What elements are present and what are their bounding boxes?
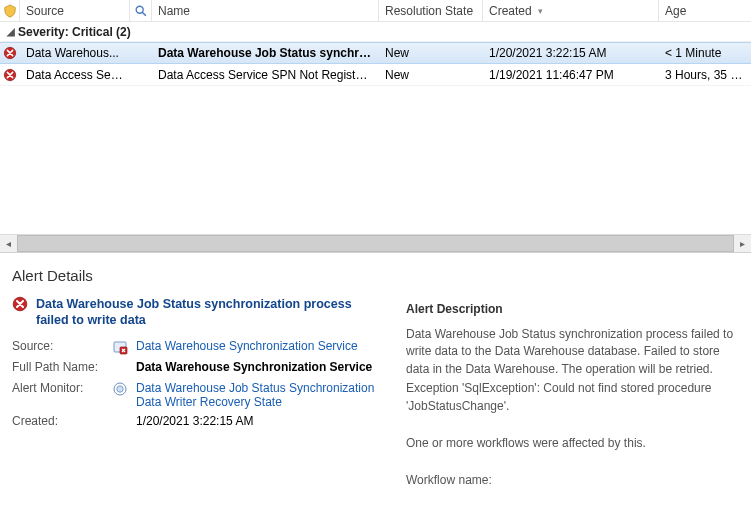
- alert-description-text: Workflow name:: [406, 472, 739, 489]
- details-left-column: Data Warehouse Job Status synchronizatio…: [12, 296, 382, 490]
- alert-heading: Data Warehouse Job Status synchronizatio…: [12, 296, 382, 329]
- scroll-track[interactable]: [17, 235, 734, 252]
- cell-source: Data Access Ser...: [20, 68, 130, 82]
- scroll-thumb[interactable]: [17, 235, 734, 252]
- severity-critical-icon: [0, 46, 20, 60]
- table-row[interactable]: Data Access Ser... Data Access Service S…: [0, 64, 751, 86]
- column-header-age[interactable]: Age: [659, 0, 751, 21]
- alert-details-pane: Alert Details Data Warehouse Job Status …: [0, 253, 751, 490]
- full-path-value: Data Warehouse Synchronization Service: [136, 360, 382, 374]
- alert-description-text: Exception 'SqlException': Could not find…: [406, 380, 739, 415]
- column-header-created[interactable]: Created ▾: [483, 0, 659, 21]
- grid-header-row: Source Name Resolution State Created ▾ A…: [0, 0, 751, 22]
- svg-point-8: [117, 385, 123, 391]
- cell-source: Data Warehous...: [20, 46, 130, 60]
- spacer-icon: [112, 360, 128, 376]
- column-header-created-label: Created: [489, 4, 532, 18]
- scroll-left-icon[interactable]: ◂: [0, 235, 17, 252]
- cell-name: Data Warehouse Job Status synchronizatio…: [152, 46, 379, 60]
- cell-resolution: New: [379, 46, 483, 60]
- svg-point-0: [136, 6, 143, 13]
- column-header-search-icon[interactable]: [130, 0, 152, 21]
- sort-descending-icon: ▾: [538, 6, 543, 16]
- alerts-grid: Source Name Resolution State Created ▾ A…: [0, 0, 751, 253]
- cell-created: 1/20/2021 3:22:15 AM: [483, 46, 659, 60]
- group-row-severity-critical[interactable]: ◢ Severity: Critical (2): [0, 22, 751, 42]
- details-pane-title: Alert Details: [12, 267, 739, 284]
- source-link[interactable]: Data Warehouse Synchronization Service: [136, 339, 382, 353]
- group-label: Severity: Critical (2): [18, 25, 131, 39]
- severity-critical-icon: [0, 68, 20, 82]
- horizontal-scrollbar[interactable]: ◂ ▸: [0, 234, 751, 252]
- state-header-icon: [3, 4, 17, 18]
- table-row[interactable]: Data Warehous... Data Warehouse Job Stat…: [0, 42, 751, 64]
- column-header-state-icon[interactable]: [0, 0, 20, 21]
- severity-critical-icon: [12, 296, 28, 312]
- svg-line-1: [142, 12, 146, 16]
- scroll-right-icon[interactable]: ▸: [734, 235, 751, 252]
- spacer-icon: [112, 414, 128, 430]
- column-header-name[interactable]: Name: [152, 0, 379, 21]
- alert-description-text: One or more workflows were affected by t…: [406, 435, 739, 452]
- details-right-column: Alert Description Data Warehouse Job Sta…: [406, 296, 739, 490]
- alert-description-text: Data Warehouse Job Status synchronizatio…: [406, 326, 739, 378]
- alert-description-heading: Alert Description: [406, 302, 739, 316]
- group-collapse-icon: ◢: [6, 26, 16, 37]
- label-created: Created:: [12, 414, 104, 428]
- label-monitor: Alert Monitor:: [12, 381, 104, 395]
- created-value: 1/20/2021 3:22:15 AM: [136, 414, 382, 428]
- grid-empty-area: [0, 86, 751, 234]
- cell-age: 3 Hours, 35 Mi...: [659, 68, 751, 82]
- monitor-link[interactable]: Data Warehouse Job Status Synchronizatio…: [136, 381, 382, 409]
- cell-name: Data Access Service SPN Not Registered: [152, 68, 379, 82]
- column-header-resolution[interactable]: Resolution State: [379, 0, 483, 21]
- cell-resolution: New: [379, 68, 483, 82]
- cell-created: 1/19/2021 11:46:47 PM: [483, 68, 659, 82]
- cell-age: < 1 Minute: [659, 46, 751, 60]
- column-header-source[interactable]: Source: [20, 0, 130, 21]
- label-full-path: Full Path Name:: [12, 360, 104, 374]
- alert-title: Data Warehouse Job Status synchronizatio…: [36, 296, 382, 329]
- magnifier-icon: [134, 4, 148, 18]
- source-object-icon: [112, 339, 128, 355]
- monitor-state-icon: [112, 381, 128, 397]
- label-source: Source:: [12, 339, 104, 353]
